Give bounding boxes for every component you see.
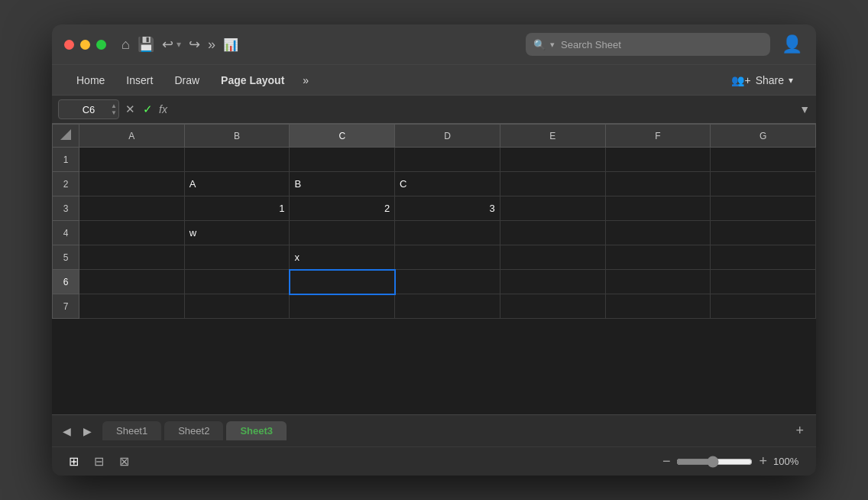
zoom-in-button[interactable]: + xyxy=(759,453,767,469)
col-header-F[interactable]: F xyxy=(605,125,711,148)
grid-view-icon[interactable]: ⊞ xyxy=(64,452,83,471)
cell-D1[interactable] xyxy=(395,148,500,172)
undo-icon[interactable]: ↩ xyxy=(162,36,173,53)
cell-A4[interactable] xyxy=(79,221,185,245)
cell-A3[interactable] xyxy=(79,196,185,221)
cell-B1[interactable] xyxy=(184,148,290,172)
col-header-E[interactable]: E xyxy=(500,125,605,148)
cell-E1[interactable] xyxy=(500,148,605,172)
cell-A6[interactable] xyxy=(79,270,185,294)
share-dropdown-icon[interactable]: ▾ xyxy=(789,75,793,86)
cell-G1[interactable] xyxy=(711,148,816,172)
col-header-B[interactable]: B xyxy=(184,125,290,148)
cell-B5[interactable] xyxy=(184,245,290,270)
cell-G6[interactable] xyxy=(711,270,816,294)
cell-E2[interactable] xyxy=(500,172,605,196)
cell-C2[interactable]: B xyxy=(290,172,395,196)
cell-D7[interactable] xyxy=(395,294,500,319)
cell-E3[interactable] xyxy=(500,196,605,221)
cell-G2[interactable] xyxy=(711,172,816,196)
cell-A7[interactable] xyxy=(79,294,185,319)
formula-input[interactable] xyxy=(173,104,793,115)
file-icon[interactable]: 📊 xyxy=(223,37,238,52)
page-view-icon[interactable]: ⊟ xyxy=(89,452,108,471)
cell-F3[interactable] xyxy=(605,196,711,221)
cell-E5[interactable] xyxy=(500,245,605,270)
row-header-2[interactable]: 2 xyxy=(53,172,79,196)
cell-D4[interactable] xyxy=(395,221,500,245)
cell-E4[interactable] xyxy=(500,221,605,245)
confirm-formula-icon[interactable]: ✓ xyxy=(143,102,153,116)
zoom-out-button[interactable]: − xyxy=(662,453,671,469)
cell-B6[interactable] xyxy=(184,270,290,294)
col-header-C[interactable]: C xyxy=(290,125,395,148)
search-bar[interactable]: 🔍 ▾ xyxy=(526,33,770,56)
col-header-D[interactable]: D xyxy=(395,125,500,148)
cell-F7[interactable] xyxy=(605,294,711,319)
row-header-5[interactable]: 5 xyxy=(53,245,79,270)
cell-A5[interactable] xyxy=(79,245,185,270)
add-sheet-button[interactable]: + xyxy=(789,421,810,440)
zoom-slider[interactable] xyxy=(676,456,753,468)
cell-E6[interactable] xyxy=(500,270,605,294)
cell-C5[interactable]: x xyxy=(290,245,395,270)
cell-A2[interactable] xyxy=(79,172,185,196)
col-header-A[interactable]: A xyxy=(79,125,185,148)
undo-dropdown-icon[interactable]: ▾ xyxy=(177,39,181,50)
tab-prev-icon[interactable]: ◀ xyxy=(58,422,76,440)
cell-reference-box[interactable]: C6 ▲ ▼ xyxy=(58,99,119,119)
formula-dropdown-icon[interactable]: ▼ xyxy=(799,103,810,115)
cell-G5[interactable] xyxy=(711,245,816,270)
menu-item-pagelayout[interactable]: Page Layout xyxy=(212,71,293,89)
col-header-G[interactable]: G xyxy=(711,125,816,148)
cell-G4[interactable] xyxy=(711,221,816,245)
cell-F1[interactable] xyxy=(605,148,711,172)
cell-B3[interactable]: 1 xyxy=(184,196,290,221)
sheet-tab-sheet2[interactable]: Sheet2 xyxy=(164,421,223,440)
cell-B4[interactable]: w xyxy=(184,221,290,245)
row-header-6[interactable]: 6 xyxy=(53,270,79,294)
cell-C7[interactable] xyxy=(290,294,395,319)
close-button[interactable] xyxy=(64,40,74,50)
search-dropdown-icon[interactable]: ▾ xyxy=(550,40,555,50)
cell-B2[interactable]: A xyxy=(184,172,290,196)
row-header-1[interactable]: 1 xyxy=(53,148,79,172)
sheet-tab-sheet3[interactable]: Sheet3 xyxy=(226,421,287,440)
row-header-3[interactable]: 3 xyxy=(53,196,79,221)
cell-D6[interactable] xyxy=(395,270,500,294)
save-icon[interactable]: 💾 xyxy=(138,36,154,53)
minimize-button[interactable] xyxy=(80,40,90,50)
home-icon[interactable]: ⌂ xyxy=(121,37,130,53)
cell-F5[interactable] xyxy=(605,245,711,270)
layout-view-icon[interactable]: ⊠ xyxy=(115,452,134,471)
cell-F4[interactable] xyxy=(605,221,711,245)
cell-E7[interactable] xyxy=(500,294,605,319)
menu-item-insert[interactable]: Insert xyxy=(117,71,162,89)
share-button[interactable]: 👥+ Share ▾ xyxy=(724,71,801,89)
profile-icon[interactable]: 👤 xyxy=(779,32,804,57)
cell-C6[interactable] xyxy=(290,270,395,294)
cell-D3[interactable]: 3 xyxy=(395,196,500,221)
menu-item-home[interactable]: Home xyxy=(67,71,114,89)
tab-next-icon[interactable]: ▶ xyxy=(79,422,96,440)
menu-more-icon[interactable]: » xyxy=(296,71,315,89)
sheet-tab-sheet1[interactable]: Sheet1 xyxy=(102,421,161,440)
redo-icon[interactable]: ↪ xyxy=(189,36,200,53)
cell-B7[interactable] xyxy=(184,294,290,319)
row-header-4[interactable]: 4 xyxy=(53,221,79,245)
search-input[interactable] xyxy=(561,39,763,50)
cell-D5[interactable] xyxy=(395,245,500,270)
row-header-7[interactable]: 7 xyxy=(53,294,79,319)
cell-C1[interactable] xyxy=(290,148,395,172)
fullscreen-button[interactable] xyxy=(96,40,106,50)
cell-F6[interactable] xyxy=(605,270,711,294)
cell-C3[interactable]: 2 xyxy=(290,196,395,221)
cell-C4[interactable] xyxy=(290,221,395,245)
cell-G3[interactable] xyxy=(711,196,816,221)
cancel-formula-icon[interactable]: ✕ xyxy=(125,102,135,116)
cell-G7[interactable] xyxy=(711,294,816,319)
menu-item-draw[interactable]: Draw xyxy=(165,71,209,89)
cell-F2[interactable] xyxy=(605,172,711,196)
cell-A1[interactable] xyxy=(79,148,185,172)
more-toolbar-icon[interactable]: » xyxy=(208,37,215,53)
